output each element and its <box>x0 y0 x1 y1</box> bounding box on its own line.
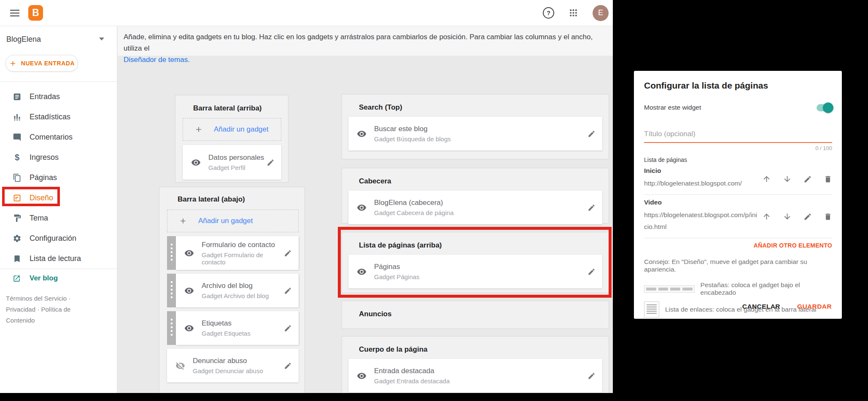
visibility-on-icon[interactable] <box>191 158 201 167</box>
drag-handle[interactable] <box>167 274 176 307</box>
new-post-label: NUEVA ENTRADA <box>21 60 75 67</box>
gadget-row-entrada-destacada[interactable]: Entrada destacada Gadget Entrada destaca… <box>348 359 602 393</box>
sidebar-item-estadisticas[interactable]: Estadísticas <box>0 107 117 127</box>
section-cabecera: Cabecera BlogElena (cabecera) Gadget Cab… <box>342 168 609 223</box>
sidebar-item-paginas[interactable]: Páginas <box>0 167 117 188</box>
visibility-on-icon[interactable] <box>357 267 367 277</box>
external-link-icon <box>13 275 21 283</box>
gadget-row-blogelena-cabecera[interactable]: BlogElena (cabecera) Gadget Cabecera de … <box>348 191 602 224</box>
help-icon[interactable]: ? <box>543 7 554 19</box>
gadget-row-paginas[interactable]: Páginas Gadget Páginas <box>348 255 602 288</box>
edit-icon[interactable] <box>284 249 292 257</box>
page-item-actions <box>762 169 832 189</box>
blogger-logo-letter: B <box>32 7 39 19</box>
link-list-preview-icon <box>644 301 659 318</box>
visibility-off-icon[interactable] <box>175 361 185 371</box>
cancel-button[interactable]: CANCELAR <box>742 303 780 310</box>
gadget-row-datos-personales[interactable]: Datos personales Gadget Perfil <box>183 145 281 180</box>
section-lista-de-paginas-arriba: Lista de páginas (arriba) Páginas Gadget… <box>342 232 609 293</box>
blogger-logo[interactable]: B <box>28 5 43 21</box>
edit-icon[interactable] <box>267 159 275 167</box>
sidebar-footer: Términos del Servicio · Privacidad · Pol… <box>0 288 107 326</box>
plus-icon <box>194 125 203 134</box>
terms-link[interactable]: Términos del Servicio <box>6 295 67 302</box>
sidebar-item-entradas[interactable]: Entradas <box>0 86 117 107</box>
view-blog-link[interactable]: Ver blog <box>0 269 117 288</box>
edit-icon[interactable] <box>803 200 812 233</box>
show-widget-toggle[interactable] <box>817 104 832 111</box>
dialog-buttons: CANCELAR GUARDAR <box>742 303 832 310</box>
section-barra-lateral-arriba: Barra lateral (arriba) Añadir un gadget … <box>175 95 288 183</box>
plus-icon <box>9 59 17 67</box>
move-up-icon[interactable] <box>762 200 771 233</box>
sidebar-item-diseno[interactable]: Diseño <box>0 188 117 208</box>
page-item-video: Video https://blogelenatest.blogspot.com… <box>644 195 832 238</box>
edit-icon[interactable] <box>803 169 812 189</box>
add-gadget-button[interactable]: Añadir un gadget <box>167 210 299 232</box>
sidebar-item-lista-de-lectura[interactable]: Lista de lectura <box>0 248 117 269</box>
page-description: Añade, elimina y edita gadgets en tu blo… <box>118 26 613 56</box>
section-title: Cabecera <box>359 177 609 186</box>
gadget-row-body[interactable]: Etiquetas Gadget Etiquetas <box>176 311 299 345</box>
gadget-row-archivo-del-blog: Archivo del blog Gadget Archivo del blog <box>167 274 299 307</box>
edit-icon[interactable] <box>588 204 596 212</box>
edit-icon[interactable] <box>284 324 292 332</box>
blog-selector[interactable]: BlogElena <box>0 26 117 51</box>
gadget-row-body[interactable]: Archivo del blog Gadget Archivo del blog <box>176 274 299 307</box>
delete-icon[interactable] <box>824 169 832 189</box>
visibility-on-icon[interactable] <box>184 323 194 333</box>
apps-grid-icon[interactable] <box>569 9 577 17</box>
save-button[interactable]: GUARDAR <box>797 303 832 310</box>
tip-text: Consejo: En "Diseño", mueve el gadget pa… <box>644 258 832 273</box>
tabs-preview-icon <box>644 285 695 293</box>
page-item-actions <box>762 200 832 233</box>
sidebar-item-ingresos[interactable]: $ Ingresos <box>0 147 117 167</box>
screen: B ? E BlogEle <box>0 0 868 401</box>
privacy-link[interactable]: Privacidad <box>6 306 35 313</box>
move-down-icon[interactable] <box>783 169 792 189</box>
blogger-app: B ? E BlogEle <box>0 0 613 393</box>
move-up-icon[interactable] <box>762 169 771 189</box>
edit-icon[interactable] <box>588 372 596 380</box>
new-post-button[interactable]: NUEVA ENTRADA <box>5 55 78 72</box>
visibility-on-icon[interactable] <box>357 203 367 213</box>
move-down-icon[interactable] <box>783 200 792 233</box>
section-title: Barra lateral (abajo) <box>178 195 305 204</box>
gadget-row-body[interactable]: Formulario de contacto Gadget Formulario… <box>176 236 299 270</box>
section-title: Cuerpo de la página <box>359 345 609 354</box>
add-gadget-button[interactable]: Añadir un gadget <box>183 118 281 141</box>
stats-icon <box>13 113 22 121</box>
delete-icon[interactable] <box>824 200 832 233</box>
sidebar-item-configuracion[interactable]: Configuración <box>0 228 117 248</box>
show-widget-label: Mostrar este widget <box>644 104 701 111</box>
sidebar-item-tema[interactable]: Tema <box>0 208 117 228</box>
option-tabs: Pestañas: coloca el gadget bajo el encab… <box>644 281 832 296</box>
visibility-on-icon[interactable] <box>357 371 367 381</box>
edit-icon[interactable] <box>588 268 596 276</box>
drag-handle[interactable] <box>167 236 176 270</box>
description-text: Añade, elimina y edita gadgets en tu blo… <box>124 31 604 54</box>
section-search-top: Search (Top) Buscar este blog Gadget Bús… <box>342 94 609 159</box>
edit-icon[interactable] <box>284 362 292 370</box>
sidebar-item-comentarios[interactable]: Comentarios <box>0 127 117 147</box>
sidebar: BlogElena NUEVA ENTRADA Entradas <box>0 26 117 393</box>
top-bar: B ? E <box>0 0 613 26</box>
visibility-on-icon[interactable] <box>357 129 367 139</box>
menu-icon[interactable] <box>10 10 19 16</box>
layout-icon <box>13 194 22 202</box>
avatar[interactable]: E <box>593 5 609 21</box>
comments-icon <box>13 133 22 142</box>
title-input[interactable] <box>644 130 832 143</box>
dialog-title: Configurar la lista de páginas <box>644 71 832 91</box>
add-item-button[interactable]: AÑADIR OTRO ELEMENTO <box>644 242 832 249</box>
section-barra-lateral-abajo: Barra lateral (abajo) Añadir un gadget <box>159 187 305 393</box>
visibility-on-icon[interactable] <box>184 286 194 296</box>
gadget-row-denunciar-abuso[interactable]: Denunciar abuso Gadget Denunciar abuso <box>167 349 299 382</box>
char-counter: 0 / 100 <box>644 145 832 151</box>
visibility-on-icon[interactable] <box>184 248 194 258</box>
drag-handle[interactable] <box>167 311 176 345</box>
gadget-row-buscar-este-blog[interactable]: Buscar este blog Gadget Búsqueda de blog… <box>348 117 602 151</box>
edit-icon[interactable] <box>284 287 292 295</box>
edit-icon[interactable] <box>588 130 596 138</box>
theme-icon <box>13 214 22 223</box>
